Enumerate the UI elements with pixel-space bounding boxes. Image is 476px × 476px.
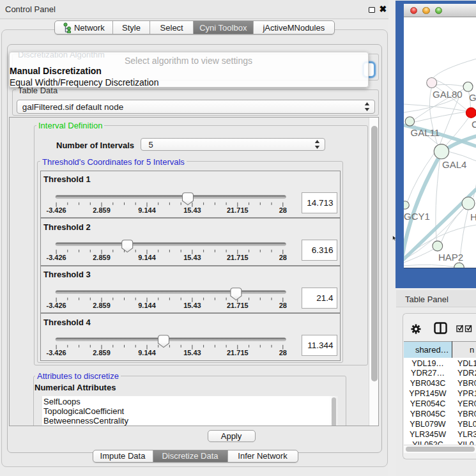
svg-text:GCY1: GCY1 [404, 211, 430, 222]
svg-text:21.715: 21.715 [227, 254, 249, 261]
svg-text:GA: GA [469, 92, 476, 103]
svg-text:-3.426: -3.426 [46, 254, 66, 261]
svg-text:GAL80: GAL80 [433, 89, 463, 100]
svg-text:28: 28 [279, 254, 287, 261]
svg-text:21.715: 21.715 [227, 206, 249, 213]
svg-text:C: C [472, 119, 476, 130]
svg-text:28: 28 [279, 349, 287, 357]
svg-text:-3.426: -3.426 [46, 301, 66, 309]
svg-text:15.43: 15.43 [183, 206, 201, 213]
svg-text:2.859: 2.859 [93, 254, 111, 261]
svg-text:2.859: 2.859 [93, 301, 111, 309]
svg-text:28: 28 [279, 301, 287, 309]
svg-text:9.144: 9.144 [138, 301, 156, 309]
svg-text:-3.426: -3.426 [46, 206, 66, 213]
svg-text:15.43: 15.43 [183, 349, 201, 357]
svg-text:-3.426: -3.426 [46, 349, 66, 357]
svg-text:GAL4: GAL4 [442, 159, 466, 170]
svg-text:GAL11: GAL11 [410, 127, 440, 138]
svg-text:9.144: 9.144 [138, 206, 156, 213]
svg-text:9.144: 9.144 [138, 254, 156, 261]
svg-text:21.715: 21.715 [227, 301, 249, 309]
svg-text:15.43: 15.43 [183, 254, 201, 261]
svg-text:HAP2: HAP2 [438, 252, 463, 263]
svg-text:H: H [470, 211, 476, 222]
svg-text:15.43: 15.43 [183, 301, 201, 309]
svg-text:21.715: 21.715 [227, 349, 249, 357]
svg-text:28: 28 [279, 206, 287, 213]
svg-text:9.144: 9.144 [138, 349, 156, 357]
svg-text:2.859: 2.859 [93, 349, 111, 357]
svg-text:2.859: 2.859 [93, 206, 111, 213]
